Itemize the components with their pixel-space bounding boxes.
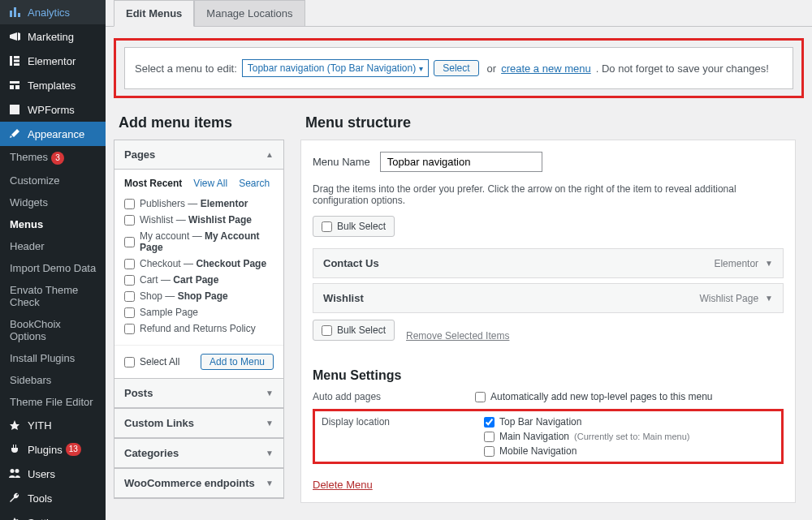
page-checkbox[interactable] — [124, 324, 135, 334]
sidebar-sub-label: Theme File Editor — [10, 396, 93, 408]
highlight-display-location: Display location Top Bar NavigationMain … — [313, 409, 784, 464]
sidebar-sub-label: Sidebars — [10, 374, 51, 386]
menu-name-input[interactable] — [380, 152, 542, 172]
page-checkbox-item[interactable]: Refund and Returns Policy — [124, 320, 274, 337]
admin-sidebar: AnalyticsMarketingElementorTemplatesWPFo… — [0, 0, 106, 520]
pages-panel-title: Pages — [124, 148, 155, 161]
accordion-posts[interactable]: Posts▼ — [114, 379, 283, 408]
tab-manage-locations[interactable]: Manage Locations — [194, 0, 304, 26]
page-checkbox-item[interactable]: Checkout — Checkout Page — [124, 256, 274, 272]
triangle-down-icon: ▼ — [266, 419, 274, 428]
sidebar-item-templates[interactable]: Templates — [0, 73, 106, 97]
sidebar-sub-themes[interactable]: Themes3 — [0, 146, 106, 170]
page-checkbox[interactable] — [124, 237, 135, 247]
sidebar-item-elementor[interactable]: Elementor — [0, 49, 106, 73]
pages-panel-header[interactable]: Pages ▲ — [114, 140, 283, 170]
sidebar-sub-menus[interactable]: Menus — [0, 213, 106, 235]
display-location-option[interactable]: Top Bar Navigation — [484, 416, 689, 428]
accordion-custom-links[interactable]: Custom Links▼ — [114, 408, 283, 438]
page-checkbox[interactable] — [124, 215, 135, 226]
sidebar-item-marketing[interactable]: Marketing — [0, 24, 106, 49]
sidebar-item-label: Plugins — [28, 444, 63, 456]
sidebar-sub-customize[interactable]: Customize — [0, 170, 106, 191]
bulk-select-top[interactable]: Bulk Select — [313, 216, 395, 237]
select-all-checkbox[interactable]: Select All — [124, 356, 179, 367]
page-checkbox-item[interactable]: Wishlist — Wishlist Page — [124, 212, 274, 228]
sidebar-item-settings[interactable]: Settings — [0, 510, 106, 520]
accordion-title: Posts — [124, 387, 153, 399]
page-checkbox[interactable] — [124, 291, 135, 302]
sidebar-sub-theme-file-editor[interactable]: Theme File Editor — [0, 391, 106, 413]
sidebar-item-users[interactable]: Users — [0, 462, 106, 486]
pages-panel: Pages ▲ Most Recent View All Search Publ… — [114, 140, 284, 379]
menu-item[interactable]: Contact UsElementor ▼ — [313, 248, 784, 278]
page-checkbox-item[interactable]: My account — My Account Page — [124, 228, 274, 256]
auto-add-checkbox[interactable] — [475, 392, 486, 402]
remove-selected-link[interactable]: Remove Selected Items — [406, 330, 509, 342]
select-all-input[interactable] — [124, 357, 135, 367]
page-checkbox[interactable] — [124, 275, 135, 286]
display-location-option[interactable]: Main Navigation (Currently set to: Main … — [484, 431, 689, 442]
select-button[interactable]: Select — [434, 60, 478, 76]
page-checkbox-item[interactable]: Cart — Cart Page — [124, 272, 274, 288]
create-new-menu-link[interactable]: create a new menu — [501, 62, 591, 75]
page-checkbox-item[interactable]: Publishers — Elementor — [124, 196, 274, 212]
subtab-most-recent[interactable]: Most Recent — [124, 178, 182, 189]
menu-dropdown-value: Topbar navigation (Top Bar Navigation) — [248, 62, 416, 74]
select-prompt: Select a menu to edit: — [135, 62, 237, 75]
sidebar-item-yith[interactable]: YITH — [0, 413, 106, 437]
location-checkbox[interactable] — [484, 417, 495, 428]
bulk-select-checkbox-2[interactable] — [322, 325, 332, 336]
sidebar-sub-import-demo-data[interactable]: Import Demo Data — [0, 257, 106, 279]
select-menu-row: Select a menu to edit: Topbar navigation… — [124, 47, 793, 89]
bulk-select-label: Bulk Select — [337, 221, 386, 232]
sidebar-sub-sidebars[interactable]: Sidebars — [0, 369, 106, 391]
page-checkbox[interactable] — [124, 307, 135, 318]
sidebar-item-wpforms[interactable]: WPForms — [0, 97, 106, 122]
page-checkbox[interactable] — [124, 259, 135, 269]
triangle-up-icon: ▲ — [266, 150, 274, 159]
sidebar-sub-label: Themes — [10, 151, 48, 163]
bulk-select-bottom[interactable]: Bulk Select — [313, 320, 395, 341]
page-checkbox-item[interactable]: Shop — Shop Page — [124, 288, 274, 304]
sidebar-item-tools[interactable]: Tools — [0, 486, 106, 510]
add-menu-items-heading: Add menu items — [119, 114, 284, 131]
sidebar-sub-widgets[interactable]: Widgets — [0, 191, 106, 213]
sidebar-sub-install-plugins[interactable]: Install Plugins — [0, 347, 106, 369]
sidebar-sub-bookchoix-options[interactable]: BookChoix Options — [0, 313, 106, 347]
display-location-option[interactable]: Mobile Navigation — [484, 445, 689, 457]
bulk-select-checkbox[interactable] — [322, 221, 332, 232]
page-checkbox-item[interactable]: Sample Page — [124, 304, 274, 320]
sidebar-item-label: Templates — [28, 80, 76, 92]
pages-panel-footer: Select All Add to Menu — [114, 345, 283, 378]
add-to-menu-button[interactable]: Add to Menu — [201, 354, 274, 370]
menu-dropdown[interactable]: Topbar navigation (Top Bar Navigation) ▾ — [242, 59, 429, 77]
page-checkbox[interactable] — [124, 199, 135, 209]
menu-item[interactable]: WishlistWishlist Page ▼ — [313, 283, 784, 313]
accordion-woocommerce-endpoints[interactable]: WooCommerce endpoints▼ — [114, 468, 283, 498]
sidebar-sub-envato-theme-check[interactable]: Envato Theme Check — [0, 279, 106, 313]
accordion-categories[interactable]: Categories▼ — [114, 438, 283, 468]
subtab-search[interactable]: Search — [239, 178, 270, 189]
sidebar-item-appearance[interactable]: Appearance — [0, 122, 106, 146]
page-item-text: My account — My Account Page — [140, 230, 274, 253]
sidebar-sub-badge: 3 — [51, 152, 64, 165]
location-checkbox[interactable] — [484, 446, 495, 457]
subtab-view-all[interactable]: View All — [193, 178, 227, 189]
sidebar-item-label: Elementor — [28, 55, 76, 67]
delete-menu-link[interactable]: Delete Menu — [313, 479, 373, 491]
sidebar-sub-header[interactable]: Header — [0, 235, 106, 257]
tab-edit-menus[interactable]: Edit Menus — [114, 0, 194, 27]
users-icon — [6, 467, 23, 480]
analytics-icon — [6, 6, 23, 19]
location-checkbox[interactable] — [484, 432, 495, 442]
menu-editor: Menu Name Drag the items into the order … — [300, 140, 796, 503]
sidebar-item-analytics[interactable]: Analytics — [0, 0, 106, 24]
triangle-down-icon[interactable]: ▼ — [765, 294, 773, 303]
auto-add-option[interactable]: Automatically add new top-level pages to… — [475, 391, 713, 402]
menu-item-title: Contact Us — [323, 257, 379, 269]
triangle-down-icon[interactable]: ▼ — [765, 259, 773, 268]
tools-icon — [6, 492, 23, 505]
settings-icon — [6, 516, 23, 520]
sidebar-item-plugins[interactable]: Plugins13 — [0, 437, 106, 462]
